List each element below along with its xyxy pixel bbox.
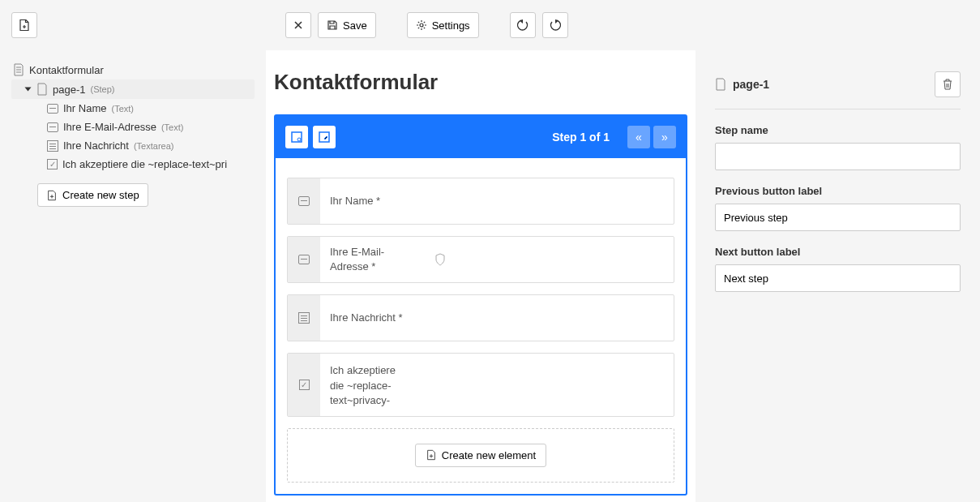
checkbox-icon: ✓: [299, 380, 310, 390]
form-edit-icon: [318, 131, 331, 144]
tree-item[interactable]: Ihr Name (Text): [11, 99, 255, 118]
save-icon: [327, 19, 338, 31]
properties-panel: page-1 Step name Previous button label N…: [695, 50, 980, 502]
form-icon: [13, 63, 24, 76]
field-row[interactable]: ✓ Ich akzeptiere die ~replace-text~priva…: [287, 353, 674, 417]
tree-item-label: Ihre E-Mail-Adresse: [63, 121, 156, 133]
save-label: Save: [343, 19, 367, 32]
new-page-icon: [46, 190, 58, 201]
gear-icon: [416, 19, 427, 31]
field-row[interactable]: Ihre Nachricht *: [287, 294, 674, 341]
text-field-icon: [47, 122, 58, 132]
settings-label: Settings: [432, 19, 470, 32]
tree-item-label: Ihre Nachricht: [63, 139, 129, 152]
text-field-icon: [47, 104, 58, 114]
create-step-label: Create new step: [62, 189, 139, 201]
new-element-icon: [426, 449, 437, 461]
tree-item-label: Ihr Name: [63, 102, 106, 114]
field-label: Ihre E-Mail-Adresse *: [320, 237, 426, 282]
create-element-zone: Create new element: [287, 428, 674, 483]
element-tree: Kontaktformular page-1 (Step) Ihr Name (…: [11, 60, 255, 174]
step-indicator: Step 1 of 1: [552, 131, 610, 144]
prev-step-button[interactable]: «: [627, 126, 650, 148]
field-row[interactable]: Ihre E-Mail-Adresse *: [287, 236, 674, 283]
form-title: Kontaktformular: [274, 70, 687, 95]
chevron-left-icon: «: [636, 131, 642, 144]
tree-item-type: (Text): [111, 104, 134, 114]
field-label: Ihre Nachricht *: [320, 295, 674, 341]
next-step-button[interactable]: »: [653, 126, 676, 148]
text-field-icon: [298, 255, 310, 264]
field-label: Ich akzeptiere die ~replace-text~privacy…: [320, 354, 409, 416]
step-header: Step 1 of 1 « »: [276, 116, 686, 158]
caret-icon: [25, 88, 32, 92]
text-field-icon: [298, 196, 310, 206]
checkbox-icon: ✓: [47, 159, 58, 169]
prev-button-input[interactable]: [715, 204, 961, 231]
textarea-icon: [298, 312, 310, 324]
tree-item-type: (Textarea): [134, 141, 174, 151]
trash-icon: [942, 78, 953, 91]
tree-root[interactable]: Kontaktformular: [11, 60, 255, 79]
textarea-icon: [47, 140, 58, 152]
shield-icon: [434, 253, 446, 266]
redo-button[interactable]: [542, 12, 568, 38]
save-button[interactable]: Save: [318, 12, 376, 38]
create-step-button[interactable]: Create new step: [37, 183, 148, 207]
step-name-label: Step name: [715, 124, 961, 136]
tree-item-label: Ich akzeptiere die ~replace-text~pri: [62, 158, 227, 170]
toolbar: Save Settings: [0, 0, 980, 50]
tree-item[interactable]: Ihre Nachricht (Textarea): [11, 136, 255, 155]
page-icon: [36, 83, 48, 96]
delete-button[interactable]: [935, 71, 961, 97]
prev-button-label: Previous button label: [715, 185, 961, 197]
close-icon: [293, 20, 303, 30]
tree-page-1[interactable]: page-1 (Step): [11, 79, 255, 99]
settings-button[interactable]: Settings: [407, 12, 479, 38]
new-page-button[interactable]: [11, 12, 37, 38]
undo-icon: [517, 19, 529, 31]
chevron-right-icon: »: [661, 131, 668, 144]
step-body: Ihr Name * Ihre E-Mail-Adresse * Ihre Na…: [276, 158, 686, 494]
redo-icon: [550, 19, 561, 31]
svg-point-0: [420, 24, 423, 27]
page-icon: [715, 78, 726, 91]
create-element-label: Create new element: [442, 449, 536, 461]
field-row[interactable]: Ihr Name *: [287, 178, 674, 225]
undo-button[interactable]: [510, 12, 536, 38]
tree-item[interactable]: Ihre E-Mail-Adresse (Text): [11, 118, 255, 136]
tree-root-label: Kontaktformular: [29, 64, 104, 76]
form-view-icon: [290, 131, 303, 144]
tree-page-type: (Step): [90, 84, 114, 94]
tree-item[interactable]: ✓ Ich akzeptiere die ~replace-text~pri: [11, 155, 255, 174]
step-action-2-button[interactable]: [313, 126, 336, 148]
tree-item-type: (Text): [161, 122, 184, 132]
canvas: Kontaktformular Step 1 of 1 « »: [266, 50, 695, 502]
step-name-input[interactable]: [715, 143, 961, 170]
create-element-button[interactable]: Create new element: [415, 444, 546, 467]
tree-page-label: page-1: [53, 84, 85, 96]
step-action-1-button[interactable]: [285, 126, 308, 148]
field-label: Ihr Name *: [320, 178, 674, 224]
svg-point-2: [297, 138, 301, 141]
properties-title: page-1: [733, 78, 769, 91]
next-button-label: Next button label: [715, 246, 961, 258]
next-button-input[interactable]: [715, 264, 961, 292]
sidebar: Kontaktformular page-1 (Step) Ihr Name (…: [0, 50, 266, 502]
close-button[interactable]: [285, 12, 311, 38]
step-container: Step 1 of 1 « » Ihr Name * Ihre E-Mail-A…: [274, 114, 687, 496]
new-page-icon: [18, 19, 31, 32]
